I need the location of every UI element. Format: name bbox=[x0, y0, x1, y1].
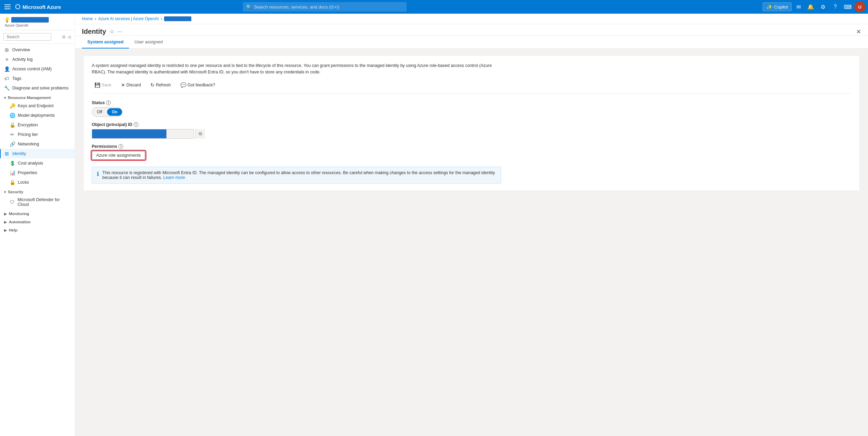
more-options-icon[interactable]: ··· bbox=[118, 29, 122, 35]
collapse-icons: ⊙ ◁ bbox=[61, 34, 71, 40]
properties-icon: 📊 bbox=[10, 170, 15, 175]
sidebar-item-label: Identity bbox=[12, 151, 26, 156]
tab-user-assigned[interactable]: User assigned bbox=[129, 36, 168, 48]
brand-label: Microsoft Azure bbox=[23, 4, 61, 10]
sidebar-item-label: Access control (IAM) bbox=[12, 67, 52, 71]
copilot-button[interactable]: ✨ Copilot bbox=[763, 2, 792, 11]
breadcrumb-sep: › bbox=[161, 16, 162, 21]
sidebar-item-access-control[interactable]: 👤 Access control (IAM) bbox=[0, 64, 75, 74]
tabs-row: System assigned User assigned bbox=[75, 36, 868, 48]
section-arrow-icon: ▾ bbox=[4, 96, 6, 100]
refresh-label: Refresh bbox=[156, 83, 171, 87]
breadcrumb-resource bbox=[164, 16, 191, 21]
breadcrumb-home[interactable]: Home bbox=[82, 16, 93, 21]
locks-icon: 🔒 bbox=[10, 180, 15, 185]
object-id-gray-bar bbox=[166, 129, 194, 138]
hamburger-menu[interactable] bbox=[3, 2, 12, 12]
status-info-icon[interactable]: i bbox=[106, 100, 111, 105]
azure-role-assignments-button[interactable]: Azure role assignments bbox=[92, 151, 145, 160]
overview-icon: ⊞ bbox=[4, 47, 10, 53]
refresh-button[interactable]: ↻ Refresh bbox=[148, 81, 174, 89]
sidebar-item-properties[interactable]: 📊 Properties bbox=[0, 168, 75, 178]
sidebar: 💡 Azure OpenAI ⊙ ◁ ⊞ Overview ≡ Activity… bbox=[0, 14, 75, 436]
discard-button[interactable]: ✕ Discard bbox=[118, 81, 144, 89]
section-arrow-icon: ▾ bbox=[4, 190, 6, 194]
section-monitoring[interactable]: ▶ Monitoring bbox=[0, 209, 75, 217]
resource-icon: 💡 bbox=[4, 17, 10, 23]
tags-icon: 🏷 bbox=[4, 76, 10, 81]
object-id-field: Object (principal) ID i ⧉ bbox=[92, 122, 851, 139]
section-help[interactable]: ▶ Help bbox=[0, 225, 75, 234]
permissions-info-icon[interactable]: i bbox=[118, 144, 123, 149]
tab-system-assigned[interactable]: System assigned bbox=[82, 36, 129, 48]
discard-icon: ✕ bbox=[121, 82, 125, 88]
sidebar-item-model-deployments[interactable]: 🌐 Model deployments bbox=[0, 111, 75, 120]
breadcrumb-services[interactable]: Azure AI services | Azure OpenAI bbox=[98, 16, 159, 21]
status-label: Status i bbox=[92, 100, 851, 105]
section-label: Monitoring bbox=[9, 212, 29, 216]
pin-icon[interactable]: ◁ bbox=[67, 34, 71, 40]
feedback-button[interactable]: 💬 Got feedback? bbox=[178, 81, 218, 89]
sidebar-item-diagnose[interactable]: 🔧 Diagnose and solve problems bbox=[0, 83, 75, 93]
cost-analysis-icon: 💲 bbox=[10, 160, 15, 166]
user-avatar[interactable]: U bbox=[854, 1, 865, 12]
sidebar-item-activity-log[interactable]: ≡ Activity log bbox=[0, 55, 75, 64]
breadcrumb: Home › Azure AI services | Azure OpenAI … bbox=[75, 14, 868, 24]
section-resource-management[interactable]: ▾ Resource Management bbox=[0, 93, 75, 101]
sidebar-search-area: ⊙ ◁ bbox=[0, 30, 75, 44]
sidebar-item-networking[interactable]: 🔗 Networking bbox=[0, 139, 75, 149]
section-security[interactable]: ▾ Security bbox=[0, 187, 75, 195]
sidebar-item-overview[interactable]: ⊞ Overview bbox=[0, 45, 75, 55]
topnav: ⬡ Microsoft Azure 🔍 ✨ Copilot ✉ 🔔 ⚙ ? ⌨ … bbox=[0, 0, 868, 14]
sidebar-item-tags[interactable]: 🏷 Tags bbox=[0, 74, 75, 83]
sidebar-item-label: Networking bbox=[18, 142, 39, 146]
toggle-off-option[interactable]: Off bbox=[92, 108, 107, 116]
collapse-icon[interactable]: ⊙ bbox=[61, 34, 66, 40]
section-arrow-right-icon: ▶ bbox=[4, 228, 7, 232]
feedback-label: Got feedback? bbox=[188, 83, 215, 87]
help-icon[interactable]: ? bbox=[830, 1, 841, 12]
sidebar-item-encryption[interactable]: 🔒 Encryption bbox=[0, 120, 75, 130]
copy-object-id-button[interactable]: ⧉ bbox=[195, 129, 205, 139]
discard-label: Discard bbox=[127, 83, 141, 87]
sidebar-item-label: Cost analysis bbox=[18, 161, 43, 166]
favorite-icon[interactable]: ☆ bbox=[109, 28, 114, 35]
cloud-shell-icon[interactable]: ⌨ bbox=[842, 1, 853, 12]
sidebar-item-pricing-tier[interactable]: ✏ Pricing tier bbox=[0, 130, 75, 139]
notifications-icon[interactable]: 🔔 bbox=[805, 1, 816, 12]
encryption-icon: 🔒 bbox=[10, 122, 15, 128]
feedback-icon: 💬 bbox=[180, 82, 186, 88]
section-automation[interactable]: ▶ Automation bbox=[0, 217, 75, 225]
section-label: Help bbox=[9, 228, 17, 232]
refresh-icon: ↻ bbox=[150, 82, 155, 88]
access-control-icon: 👤 bbox=[4, 66, 10, 72]
status-toggle[interactable]: Off On bbox=[92, 107, 122, 117]
save-label: Save bbox=[102, 83, 112, 87]
info-banner-text: This resource is registered with Microso… bbox=[102, 170, 496, 180]
sidebar-resource: 💡 Azure OpenAI bbox=[0, 14, 75, 30]
section-arrow-right-icon: ▶ bbox=[4, 220, 7, 224]
section-arrow-right-icon: ▶ bbox=[4, 212, 7, 216]
sidebar-search-input[interactable] bbox=[3, 33, 51, 41]
feedback-icon[interactable]: ✉ bbox=[793, 1, 804, 12]
sidebar-item-locks[interactable]: 🔒 Locks bbox=[0, 178, 75, 187]
global-search-bar[interactable]: 🔍 bbox=[243, 2, 407, 12]
sidebar-item-label: Keys and Endpoint bbox=[18, 103, 54, 108]
learn-more-link[interactable]: Learn more bbox=[163, 175, 185, 180]
sidebar-item-keys-endpoint[interactable]: 🔑 Keys and Endpoint bbox=[0, 101, 75, 111]
sidebar-item-cost-analysis[interactable]: 💲 Cost analysis bbox=[0, 158, 75, 168]
breadcrumb-sep: › bbox=[95, 16, 96, 21]
save-icon: 💾 bbox=[94, 82, 100, 88]
settings-icon[interactable]: ⚙ bbox=[818, 1, 828, 12]
info-banner: ℹ This resource is registered with Micro… bbox=[92, 167, 501, 184]
close-icon[interactable]: ✕ bbox=[856, 28, 861, 36]
object-id-info-icon[interactable]: i bbox=[134, 122, 138, 127]
pricing-icon: ✏ bbox=[10, 132, 15, 137]
global-search-input[interactable] bbox=[254, 4, 403, 10]
sidebar-item-defender[interactable]: 🛡 Microsoft Defender for Cloud bbox=[0, 195, 75, 209]
sidebar-item-label: Pricing tier bbox=[18, 132, 38, 137]
defender-icon: 🛡 bbox=[10, 199, 15, 205]
save-button[interactable]: 💾 Save bbox=[92, 81, 114, 89]
sidebar-item-identity[interactable]: ⊞ Identity bbox=[0, 149, 75, 158]
toggle-on-option[interactable]: On bbox=[107, 108, 122, 116]
